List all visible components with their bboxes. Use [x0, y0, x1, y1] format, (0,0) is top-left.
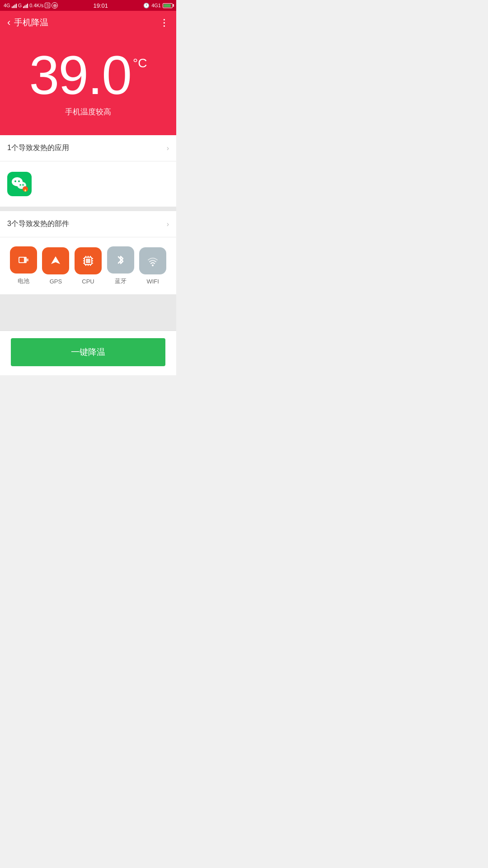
back-button[interactable]: ‹ [7, 17, 10, 28]
wifi-label: WIFI [146, 278, 159, 285]
components-list: 电池 GPS [0, 237, 176, 294]
wechat-svg: 🔥 [11, 175, 28, 193]
header-left[interactable]: ‹ 手机降温 [7, 17, 48, 28]
gps-svg [49, 254, 62, 268]
time-display: 19:01 [94, 2, 108, 9]
gray-spacer [0, 294, 176, 330]
status-bar: 4G G 0.4K/s S ⊕ 19:01 🕐 4G1 [0, 0, 176, 11]
cpu-component[interactable]: CPU [75, 247, 102, 285]
battery-icon [10, 246, 37, 274]
battery-component[interactable]: 电池 [10, 246, 37, 285]
heating-components-section: 3个导致发热的部件 › 电池 [0, 211, 176, 294]
gps-component[interactable]: GPS [42, 247, 69, 285]
temperature-section: 39.0 °C 手机温度较高 [0, 34, 176, 135]
heating-apps-row[interactable]: 1个导致发热的应用 › [0, 135, 176, 161]
signal-2 [23, 3, 28, 8]
section-divider-1 [0, 207, 176, 211]
temperature-status: 手机温度较高 [9, 107, 167, 117]
svg-marker-11 [51, 256, 60, 264]
svg-point-3 [18, 180, 20, 182]
chevron-icon-2: › [167, 220, 169, 228]
app-header: ‹ 手机降温 ⋮ [0, 11, 176, 34]
bluetooth-svg [114, 253, 127, 267]
cool-down-button[interactable]: 一键降温 [11, 338, 165, 366]
wechat-app-item[interactable]: 🔥 [7, 172, 32, 196]
wifi-component[interactable]: WIFI [139, 247, 166, 285]
add-icon: ⊕ [52, 2, 58, 9]
temperature-value: 39.0 [29, 48, 131, 102]
gps-label: GPS [50, 278, 62, 285]
svg-rect-9 [27, 259, 28, 261]
svg-point-26 [152, 264, 154, 266]
heating-apps-section: 1个导致发热的应用 › [0, 135, 176, 207]
heating-components-label: 3个导致发热的部件 [7, 219, 69, 229]
svg-point-5 [22, 184, 24, 186]
sd-icon: S [45, 3, 50, 8]
battery-svg [17, 253, 30, 267]
cpu-svg [81, 254, 95, 268]
network-4g1: 4G1 [151, 3, 161, 8]
temp-value-row: 39.0 °C [9, 48, 167, 102]
status-right: 🕐 4G1 [143, 3, 173, 9]
svg-rect-13 [86, 259, 90, 263]
battery-label: 电池 [18, 277, 29, 285]
chevron-icon: › [167, 144, 169, 152]
cpu-label: CPU [82, 278, 94, 285]
signal-1 [12, 3, 17, 8]
page-title: 手机降温 [14, 17, 48, 28]
temperature-unit: °C [133, 56, 147, 71]
bluetooth-component[interactable]: 蓝牙 [107, 246, 134, 285]
gps-icon [42, 247, 69, 274]
network-4g: 4G [4, 3, 10, 8]
alarm-icon: 🕐 [143, 3, 150, 9]
svg-rect-10 [19, 258, 24, 262]
wifi-svg [146, 254, 160, 268]
menu-button[interactable]: ⋮ [160, 17, 169, 28]
network-g: G [18, 3, 22, 8]
bluetooth-label: 蓝牙 [115, 277, 127, 285]
svg-point-4 [19, 184, 21, 186]
bottom-bar: 一键降温 [0, 330, 176, 375]
apps-list: 🔥 [0, 161, 176, 207]
svg-text:🔥: 🔥 [23, 187, 28, 192]
bluetooth-icon [107, 246, 134, 274]
heating-components-row[interactable]: 3个导致发热的部件 › [0, 211, 176, 237]
svg-point-2 [14, 180, 16, 182]
cpu-icon [75, 247, 102, 274]
heating-apps-label: 1个导致发热的应用 [7, 143, 69, 153]
speed-indicator: 0.4K/s [29, 3, 43, 8]
wechat-icon: 🔥 [7, 172, 32, 196]
status-left: 4G G 0.4K/s S ⊕ [4, 2, 58, 9]
wifi-icon [139, 247, 166, 274]
battery-status [163, 3, 173, 8]
